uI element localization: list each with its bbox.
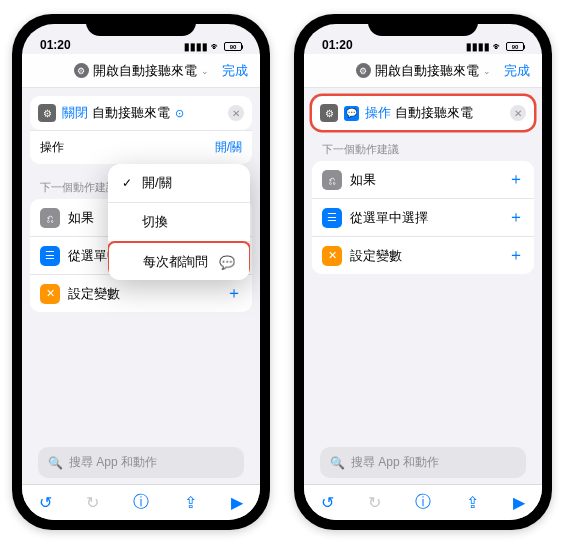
wifi-icon: ᯤ	[211, 41, 221, 52]
branch-icon: ⎌	[322, 170, 342, 190]
battery-icon: 90	[506, 42, 524, 51]
add-icon[interactable]: ＋	[508, 207, 524, 228]
action-card[interactable]: ⚙ 關閉 自動接聽來電 ⊙ ✕	[30, 96, 252, 130]
suggestion-label: 如果	[68, 209, 94, 227]
param-label: 操作	[40, 139, 64, 156]
suggestion-label: 如果	[350, 171, 376, 189]
param-row[interactable]: 操作 開/關	[30, 130, 252, 164]
speech-bubble-icon: 💬	[219, 255, 235, 270]
clear-action-button[interactable]: ✕	[228, 105, 244, 121]
nav-title-group[interactable]: ⚙ 開啟自動接聽來電 ⌄	[356, 62, 491, 80]
notch	[368, 14, 478, 36]
nav-bar: ⚙ 開啟自動接聽來電 ⌄ 完成	[22, 54, 260, 88]
chevron-down-icon: ⌄	[483, 66, 491, 76]
redo-button[interactable]: ↻	[86, 493, 99, 512]
suggestion-label: 設定變數	[68, 285, 120, 303]
action-state[interactable]: 關閉	[62, 105, 88, 120]
search-icon: 🔍	[330, 456, 345, 470]
search-placeholder: 搜尋 App 和動作	[69, 454, 157, 471]
search-icon: 🔍	[48, 456, 63, 470]
status-time: 01:20	[40, 38, 71, 52]
gear-icon: ⚙	[74, 63, 89, 78]
content-right: ⚙ 💬 操作 自動接聽來電 ✕ 下一個動作建議 ⎌ 如果 ＋ ☰ 從選單中選擇	[304, 88, 542, 484]
settings-action-icon: ⚙	[320, 104, 338, 122]
popup-label: 每次都詢問	[143, 253, 208, 271]
nav-bar: ⚙ 開啟自動接聽來電 ⌄ 完成	[304, 54, 542, 88]
suggestion-choose[interactable]: ☰ 從選單中選擇 ＋	[312, 199, 534, 237]
done-button[interactable]: 完成	[504, 62, 530, 80]
clear-action-button[interactable]: ✕	[510, 105, 526, 121]
popup-option-ask[interactable]: 每次都詢問 💬	[108, 241, 250, 280]
variable-icon: ✕	[40, 284, 60, 304]
branch-icon: ⎌	[40, 208, 60, 228]
status-icons: ▮▮▮▮ ᯤ 90	[184, 41, 242, 52]
wifi-icon: ᯤ	[493, 41, 503, 52]
run-button[interactable]: ▶	[231, 493, 243, 512]
notch	[86, 14, 196, 36]
gear-icon: ⚙	[356, 63, 371, 78]
share-button[interactable]: ⇪	[184, 493, 197, 512]
undo-button[interactable]: ↺	[39, 493, 52, 512]
redo-button[interactable]: ↻	[368, 493, 381, 512]
action-text: 關閉 自動接聽來電 ⊙	[62, 104, 184, 122]
popup-option-switch[interactable]: 切換	[108, 203, 250, 242]
action-chip[interactable]: 操作	[365, 105, 391, 120]
menu-icon: ☰	[40, 246, 60, 266]
undo-button[interactable]: ↺	[321, 493, 334, 512]
search-field[interactable]: 🔍 搜尋 App 和動作	[320, 447, 526, 478]
nav-title: 開啟自動接聽來電	[93, 62, 197, 80]
bottom-toolbar: ↺ ↻ ⓘ ⇪ ▶	[304, 484, 542, 520]
expand-icon[interactable]: ⊙	[175, 107, 184, 119]
content-left: ⚙ 關閉 自動接聽來電 ⊙ ✕ 操作 開/關 下一個動作建議 ⎌ 如果 ＋	[22, 88, 260, 484]
signal-icon: ▮▮▮▮	[184, 41, 208, 52]
done-button[interactable]: 完成	[222, 62, 248, 80]
popup-label: 開/關	[142, 174, 172, 192]
suggestion-setvar[interactable]: ✕ 設定變數 ＋	[312, 237, 534, 274]
battery-icon: 90	[224, 42, 242, 51]
operation-popup: ✓ 開/關 切換 每次都詢問 💬	[108, 164, 250, 280]
chevron-down-icon: ⌄	[201, 66, 209, 76]
bottom-toolbar: ↺ ↻ ⓘ ⇪ ▶	[22, 484, 260, 520]
suggestion-label: 設定變數	[350, 247, 402, 265]
suggestion-setvar[interactable]: ✕ 設定變數 ＋	[30, 275, 252, 312]
suggestion-label: 從選單中選擇	[350, 209, 428, 227]
status-time: 01:20	[322, 38, 353, 52]
share-button[interactable]: ⇪	[466, 493, 479, 512]
menu-icon: ☰	[322, 208, 342, 228]
suggestions-header: 下一個動作建議	[312, 136, 534, 161]
phone-right: 01:20 ▮▮▮▮ ᯤ 90 ⚙ 開啟自動接聽來電 ⌄ 完成 ⚙ 💬 操作 自…	[294, 14, 552, 530]
action-label: 自動接聽來電	[92, 105, 170, 120]
signal-icon: ▮▮▮▮	[466, 41, 490, 52]
variable-icon: ✕	[322, 246, 342, 266]
action-label: 自動接聽來電	[395, 105, 473, 120]
info-button[interactable]: ⓘ	[133, 492, 149, 513]
screen-left: 01:20 ▮▮▮▮ ᯤ 90 ⚙ 開啟自動接聽來電 ⌄ 完成 ⚙ 關閉 自動接…	[22, 24, 260, 520]
search-placeholder: 搜尋 App 和動作	[351, 454, 439, 471]
screen-right: 01:20 ▮▮▮▮ ᯤ 90 ⚙ 開啟自動接聽來電 ⌄ 完成 ⚙ 💬 操作 自…	[304, 24, 542, 520]
action-text: 操作 自動接聽來電	[365, 104, 473, 122]
status-icons: ▮▮▮▮ ᯤ 90	[466, 41, 524, 52]
add-icon[interactable]: ＋	[508, 245, 524, 266]
popup-label: 切換	[142, 213, 168, 231]
param-value[interactable]: 開/關	[215, 139, 242, 156]
action-card[interactable]: ⚙ 💬 操作 自動接聽來電 ✕	[312, 96, 534, 130]
suggestions-list: ⎌ 如果 ＋ ☰ 從選單中選擇 ＋ ✕ 設定變數 ＋	[312, 161, 534, 274]
popup-option-toggle[interactable]: ✓ 開/關	[108, 164, 250, 203]
search-field[interactable]: 🔍 搜尋 App 和動作	[38, 447, 244, 478]
run-button[interactable]: ▶	[513, 493, 525, 512]
add-icon[interactable]: ＋	[226, 283, 242, 304]
add-icon[interactable]: ＋	[508, 169, 524, 190]
nav-title-group[interactable]: ⚙ 開啟自動接聽來電 ⌄	[74, 62, 209, 80]
ask-chip-icon: 💬	[344, 106, 359, 121]
phone-left: 01:20 ▮▮▮▮ ᯤ 90 ⚙ 開啟自動接聽來電 ⌄ 完成 ⚙ 關閉 自動接…	[12, 14, 270, 530]
settings-action-icon: ⚙	[38, 104, 56, 122]
info-button[interactable]: ⓘ	[415, 492, 431, 513]
suggestion-if[interactable]: ⎌ 如果 ＋	[312, 161, 534, 199]
check-icon: ✓	[122, 176, 134, 190]
nav-title: 開啟自動接聽來電	[375, 62, 479, 80]
